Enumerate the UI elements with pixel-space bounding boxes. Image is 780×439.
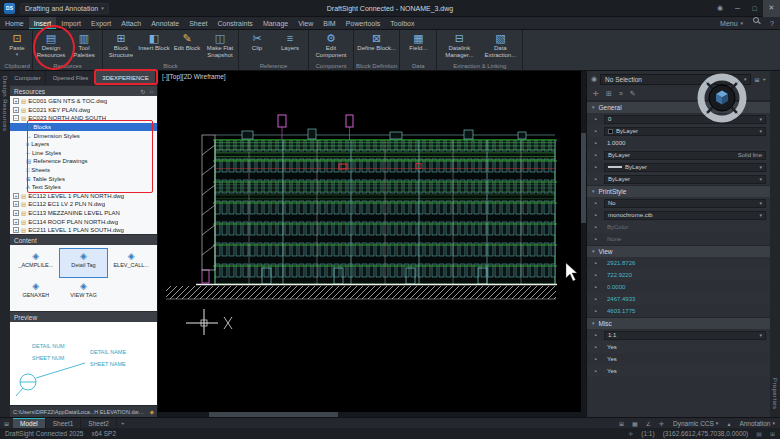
menu-item-annotate[interactable]: Annotate xyxy=(146,17,184,29)
scale-indicator[interactable]: (1:1) xyxy=(641,430,654,437)
menu-button[interactable]: Menu ▾ xyxy=(715,17,748,29)
tree-item-reference-drawings[interactable]: ▤Reference Drawings xyxy=(10,157,157,166)
add-icon[interactable]: + xyxy=(762,76,766,82)
minimize-button[interactable]: ─ xyxy=(729,0,746,17)
datalink-manager-button[interactable]: ⊟ Datalink Manager... xyxy=(439,31,479,58)
menu-item-manage[interactable]: Manage xyxy=(258,17,293,29)
properties-dock-tab[interactable]: Properties xyxy=(772,378,778,409)
content-item-detail-tag[interactable]: ◈Detail Tag xyxy=(60,249,108,277)
edit-icon[interactable]: ✎ xyxy=(630,90,636,98)
home-icon[interactable]: ⌂ xyxy=(149,88,153,94)
expand-icon[interactable]: + xyxy=(13,193,19,199)
menu-item-bim[interactable]: BIM xyxy=(318,17,340,29)
linestyle-value[interactable]: ByLayerSolid line xyxy=(604,151,766,160)
add-sheet-icon[interactable]: + xyxy=(117,418,129,428)
menu-item-import[interactable]: Import xyxy=(56,17,86,29)
printstyle-bool-value[interactable]: No▾ xyxy=(604,199,766,208)
tree-item[interactable]: +▤EC211 LEVEL 1 PLAN SOUTH.dwg xyxy=(10,226,157,234)
misc-value[interactable]: Yes xyxy=(604,367,766,376)
clip-button[interactable]: ✂ Clip xyxy=(241,31,273,52)
tree-item-dimension-styles[interactable]: ↔Dimension Styles xyxy=(10,131,157,140)
edit-block-button[interactable]: ✎ Edit Block xyxy=(171,31,203,52)
menu-item-export[interactable]: Export xyxy=(86,17,116,29)
view-navigator-compass[interactable] xyxy=(697,73,747,123)
app-logo[interactable]: DS xyxy=(4,3,15,14)
menu-item-view[interactable]: View xyxy=(293,17,318,29)
tree-item-sheets[interactable]: □Sheets xyxy=(10,166,157,175)
workspace-selector[interactable]: Drafting and Annotation ▾ xyxy=(20,3,109,14)
transparency-value[interactable]: ByLayer▾ xyxy=(604,175,766,184)
tree-item[interactable]: +▤EC001 GEN NTS & TOC.dwg xyxy=(10,97,157,106)
tree-item[interactable]: +▤EC112 LEVEL 1 PLAN NORTH.dwg xyxy=(10,192,157,201)
sheet-list-icon[interactable]: ⊞ xyxy=(0,418,13,428)
grid-icon[interactable]: ⊞ xyxy=(754,76,759,83)
list-icon[interactable]: ≡ xyxy=(619,90,623,97)
grid-display-icon[interactable]: ▦ xyxy=(628,418,642,428)
grid-icon[interactable]: ⊞ xyxy=(606,90,612,98)
edit-component-button[interactable]: ⚙ Edit Component xyxy=(311,31,351,58)
content-item[interactable]: ◈ELEV_CALL... xyxy=(107,249,155,277)
menu-item-sheet[interactable]: Sheet xyxy=(184,17,212,29)
tab-computer[interactable]: Computer xyxy=(10,71,46,85)
crosshair-icon[interactable]: ✛ xyxy=(593,90,599,98)
menu-item-insert[interactable]: Insert xyxy=(29,17,57,29)
menu-item-home[interactable]: Home xyxy=(0,17,29,29)
tree-item-blocks[interactable]: ▦Blocks xyxy=(10,123,157,132)
annotation-scale-toggle[interactable]: Annotation ▾ xyxy=(734,418,780,428)
design-resources-button[interactable]: ▤ Design Resources xyxy=(35,31,67,58)
tree-item-layers[interactable]: ≡Layers xyxy=(10,140,157,149)
tree-item-table-styles[interactable]: ⊞Table Styles xyxy=(10,174,157,183)
maximize-button[interactable]: □ xyxy=(746,0,763,17)
expand-icon[interactable]: + xyxy=(13,201,19,207)
misc-value[interactable]: Yes xyxy=(604,355,766,364)
make-flat-snapshot-button[interactable]: ◫ Make Flat Snapshot xyxy=(204,31,236,58)
misc-value[interactable]: Yes xyxy=(604,343,766,352)
tree-item[interactable]: +▤EC021 KEY PLAN.dwg xyxy=(10,106,157,115)
annotation-visibility-icon[interactable]: ▴ xyxy=(723,418,734,428)
data-extraction-button[interactable]: ▧ Data Extraction... xyxy=(480,31,520,58)
tool-palettes-button[interactable]: ▥ Tool Palettes xyxy=(68,31,100,58)
menu-item-powertools[interactable]: Powertools xyxy=(341,17,386,29)
user-icon[interactable]: ◉ xyxy=(711,4,729,12)
tree-item[interactable]: +▤EC112 EC1 LV 2 PLN N.dwg xyxy=(10,200,157,209)
content-item[interactable]: ◈GENAXEH xyxy=(12,279,60,307)
tab-opened-files[interactable]: Opened Files xyxy=(46,71,96,85)
section-view[interactable]: ▾ View xyxy=(587,245,770,257)
menu-item-toolbox[interactable]: Toolbox xyxy=(385,17,419,29)
expand-icon[interactable]: + xyxy=(13,210,19,216)
tab-sheet2[interactable]: Sheet2 xyxy=(81,418,117,428)
help-icon[interactable]: ? xyxy=(764,17,780,29)
block-structure-button[interactable]: ⊞ Block Structure xyxy=(105,31,137,58)
color-value[interactable]: ByLayer▾ xyxy=(604,127,766,136)
linescale-value[interactable]: 1.0000 xyxy=(604,139,766,148)
content-item[interactable]: ◈VIEW TAG xyxy=(60,279,108,307)
snap-icon[interactable]: ⊞ xyxy=(615,418,628,428)
expand-icon[interactable]: + xyxy=(13,98,19,104)
expand-icon[interactable]: + xyxy=(13,219,19,225)
refresh-icon[interactable]: ↻ xyxy=(140,88,145,95)
dynamic-ccs-toggle[interactable]: Dynamic CCS ▾ xyxy=(668,418,723,428)
layout-icon[interactable]: ▤ xyxy=(756,430,762,437)
layers-button[interactable]: ≡ Layers xyxy=(274,31,306,52)
lineweight-value[interactable]: ByLayer▾ xyxy=(604,163,766,172)
grid-icon[interactable]: ⊞ xyxy=(770,430,775,437)
tree-item-line-styles[interactable]: ─Line Styles xyxy=(10,149,157,158)
content-item[interactable]: ◈_ACMPLILE... xyxy=(12,249,60,277)
viewport-controls[interactable]: [-][Top][2D Wireframe] xyxy=(162,73,226,80)
expand-icon[interactable]: + xyxy=(13,227,19,233)
close-button[interactable]: ✕ xyxy=(763,0,780,17)
design-resources-dock-tab[interactable]: Design Resources xyxy=(2,76,8,417)
tree-item[interactable]: +▤EC114 ROOF PLAN NORTH.dwg xyxy=(10,217,157,226)
tree-item[interactable]: +▤EC113 MEZZANINE LEVEL PLAN xyxy=(10,209,157,218)
field-button[interactable]: ▦ Field... xyxy=(402,31,434,52)
insert-block-button[interactable]: ◧ Insert Block xyxy=(138,31,170,52)
tree-item[interactable]: −▤EC023 NORTH AND SOUTH xyxy=(10,114,157,123)
printstyle-table-value[interactable]: monochrome.ctb▾ xyxy=(604,211,766,220)
menu-item-attach[interactable]: Attach xyxy=(116,17,146,29)
menu-item-constraints[interactable]: Constraints xyxy=(212,17,257,29)
section-misc[interactable]: ▾ Misc xyxy=(587,317,770,329)
define-block-button[interactable]: ⊠ Define Block... xyxy=(357,31,397,52)
expand-icon[interactable]: + xyxy=(13,107,19,113)
paste-button[interactable]: ⊡ Paste ▾ xyxy=(4,31,30,57)
collapse-icon[interactable]: − xyxy=(13,115,19,121)
